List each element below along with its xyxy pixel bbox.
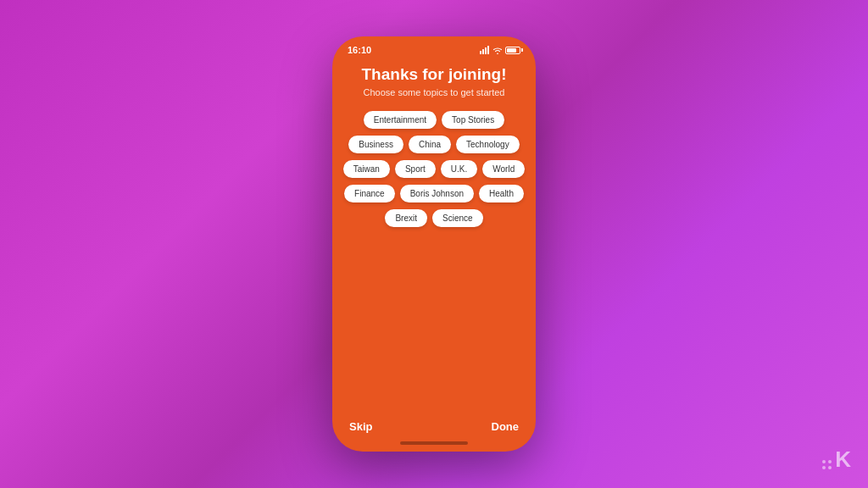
topic-brexit[interactable]: Brexit [385, 209, 427, 227]
topic-business[interactable]: Business [348, 136, 403, 153]
status-icons [480, 46, 520, 54]
wifi-icon [492, 46, 503, 54]
topic-finance[interactable]: Finance [344, 185, 395, 202]
topic-health[interactable]: Health [479, 185, 524, 202]
svg-rect-1 [482, 49, 484, 54]
topic-world[interactable]: World [482, 160, 525, 178]
skip-button[interactable]: Skip [349, 420, 372, 433]
page-subtitle: Choose some topics to get started [364, 87, 505, 97]
status-time: 16:10 [348, 45, 371, 55]
background: 16:10 [332, 36, 536, 452]
watermark-dots [822, 460, 832, 469]
topics-row-3: Taiwan Sport U.K. World [343, 160, 525, 178]
battery-icon [505, 47, 520, 54]
status-bar: 16:10 [332, 36, 536, 58]
svg-rect-0 [480, 51, 481, 54]
topic-technology[interactable]: Technology [456, 136, 520, 153]
bottom-bar: Skip Done [332, 410, 536, 441]
topics-row-2: Business China Technology [348, 136, 519, 153]
home-indicator [400, 441, 468, 445]
watermark-k: K [835, 446, 851, 473]
topic-science[interactable]: Science [432, 209, 483, 227]
topic-entertainment[interactable]: Entertainment [364, 111, 437, 129]
topic-taiwan[interactable]: Taiwan [343, 160, 390, 178]
main-content: Thanks for joining! Choose some topics t… [332, 58, 536, 410]
done-button[interactable]: Done [492, 420, 520, 433]
phone-container: 16:10 [332, 36, 536, 452]
topic-sport[interactable]: Sport [395, 160, 436, 178]
topic-top-stories[interactable]: Top Stories [442, 111, 504, 129]
topics-row-1: Entertainment Top Stories [364, 111, 504, 129]
page-title: Thanks for joining! [362, 65, 507, 84]
topic-china[interactable]: China [409, 136, 451, 153]
svg-rect-2 [485, 47, 487, 54]
signal-icon [480, 46, 490, 54]
topics-row-5: Brexit Science [385, 209, 482, 227]
topic-boris-johnson[interactable]: Boris Johnson [400, 185, 474, 202]
topic-uk[interactable]: U.K. [441, 160, 477, 178]
topics-container: Entertainment Top Stories Business China… [346, 111, 522, 227]
svg-rect-3 [487, 46, 489, 54]
topics-row-4: Finance Boris Johnson Health [344, 185, 524, 202]
